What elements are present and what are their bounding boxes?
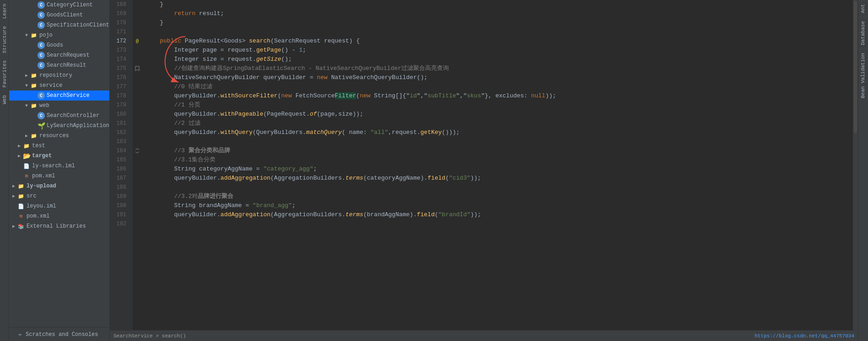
right-panel-ant[interactable]: Ant [858, 0, 868, 17]
tree-item-lyUpload[interactable]: ▶ 📁 ly-upload [9, 181, 109, 191]
gutter-icon-188 [133, 183, 142, 192]
folder-icon: 📁 [30, 72, 38, 79]
pom-icon: m [17, 213, 25, 220]
tree-item-pojo[interactable]: ▼ 📁 pojo [9, 30, 109, 40]
tree-item-pomXml2[interactable]: m pom.xml [9, 211, 109, 221]
tree-label: CategoryClient [47, 2, 93, 8]
class-icon: C [38, 11, 45, 19]
line-num-188: 188 [110, 183, 129, 192]
tree-arrow [31, 12, 37, 18]
line-num-181: 181 [110, 119, 129, 128]
class-icon: C [38, 92, 45, 99]
line-num-191: 191 [110, 210, 129, 219]
gutter-icon-181 [133, 119, 142, 128]
left-panel-web[interactable]: Web [0, 91, 9, 108]
tree-arrow [31, 93, 37, 98]
tree-arrow [31, 113, 37, 118]
gutter-icon-191 [133, 210, 142, 219]
left-panel-structure[interactable]: Structure [0, 22, 9, 57]
code-line-181: //2 过滤 [146, 119, 849, 128]
gutter-icon-182 [133, 128, 142, 137]
tree-item-searchResult[interactable]: C SearchResult [9, 60, 109, 70]
tree-arrow [31, 63, 37, 68]
tree-item-web[interactable]: ▼ 📁 web [9, 101, 109, 111]
folder-icon: 📁 [30, 102, 38, 109]
tree-item-src[interactable]: ▶ 📁 src [9, 191, 109, 201]
scratches-label: Scratches and Consoles [26, 331, 98, 338]
scrollbar-thumb[interactable] [854, 1, 857, 133]
tree-item-resources[interactable]: ▶ 📁 resources [9, 131, 109, 141]
tree-item-goodsClient[interactable]: C GoodsClient [9, 10, 109, 20]
line-num-168: 168 [110, 0, 129, 9]
tree-arrow [31, 2, 37, 8]
gutter-icon-187 [133, 174, 142, 183]
tree-item-searchService[interactable]: C SearchService [9, 91, 109, 101]
tree-item-extLibraries[interactable]: ▶ 📚 External Libraries [9, 221, 109, 231]
left-panel-learn[interactable]: Learn [0, 0, 9, 22]
line-numbers: 168 169 170 171 172 173 174 175 176 177 … [110, 0, 133, 330]
line-num-189: 189 [110, 192, 129, 201]
tree-arrow [11, 203, 16, 209]
tree-label: repository [39, 72, 72, 79]
gutter-icon-185 [133, 155, 142, 165]
right-panel-bean-validation[interactable]: Bean Validation [858, 49, 868, 102]
tree-label: SearchService [47, 92, 90, 99]
code-line-175: //创建查询构建器SpringDataElasticSearch - Nativ… [146, 64, 849, 73]
tree-item-service[interactable]: ▼ 📁 service [9, 80, 109, 91]
tree-label: SearchRequest [47, 52, 90, 59]
tree-label: LySearchApplication [47, 123, 109, 129]
tree-label: GoodsClient [47, 12, 83, 18]
scratches-button[interactable]: ✏️ Scratches and Consoles [13, 330, 102, 339]
right-panels: Ant Database Bean Validation [858, 0, 868, 341]
tree-arrow: ▶ [16, 153, 22, 159]
tree-item-goods[interactable]: C Goods [9, 40, 109, 50]
tree-item-categoryClient[interactable]: C CategoryClient [9, 0, 109, 10]
project-tree: C CategoryClient C GoodsClient C Specifi… [9, 0, 110, 341]
code-line-174: Integer size = request.getSize(); [146, 55, 849, 64]
gutter-icon-169 [133, 9, 142, 18]
tree-label: SpecificationClient [47, 22, 109, 28]
tree-label: External Libraries [27, 223, 86, 229]
gutter-icon-189 [133, 192, 142, 201]
line-num-172: 172 [110, 37, 129, 46]
tree-item-test[interactable]: ▶ 📁 test [9, 141, 109, 151]
right-panel-database[interactable]: Database [858, 17, 868, 49]
tree-label: web [39, 102, 49, 109]
code-line-176: NativeSearchQueryBuilder queryBuilder = … [146, 73, 849, 82]
tree-item-lySearchIml[interactable]: 📄 ly-search.iml [9, 161, 109, 171]
ext-lib-icon: 📚 [17, 223, 25, 230]
tree-item-pomXml1[interactable]: m pom.xml [9, 171, 109, 181]
pom-icon: m [23, 172, 30, 180]
tree-item-searchController[interactable]: C SearchController [9, 111, 109, 121]
tree-item-lySearchApp[interactable]: 🌱 LySearchApplication [9, 121, 109, 131]
tree-item-target[interactable]: ▶ 📂 target [9, 151, 109, 161]
tree-item-repository[interactable]: ▶ 📁 repository [9, 70, 109, 80]
class-icon: C [38, 62, 45, 69]
code-line-172: public PageResult<Goods> search(SearchRe… [146, 37, 849, 46]
tree-label: resources [39, 133, 69, 139]
gutter-icon-177 [133, 82, 142, 91]
left-panel-favorites[interactable]: Favorites [0, 57, 9, 91]
line-num-173: 173 [110, 46, 129, 55]
line-num-169: 169 [110, 9, 129, 18]
line-num-170: 170 [110, 18, 129, 27]
tree-label: pom.xml [27, 213, 49, 219]
gutter-icon-183 [133, 137, 142, 146]
file-icon: 📄 [23, 162, 30, 170]
tree-item-specClient[interactable]: C SpecificationClient [9, 20, 109, 30]
tree-arrow [31, 123, 37, 128]
code-content[interactable]: } return result; } public PageResult<Goo… [142, 0, 852, 330]
line-num-180: 180 [110, 110, 129, 119]
folder-icon: 📁 [30, 82, 38, 89]
gutter-icon-190 [133, 201, 142, 210]
tree-arrow: ▶ [24, 133, 29, 139]
breadcrumb: SearchService > search() [113, 333, 186, 339]
folder-icon: 📂 [23, 152, 30, 160]
tree-item-leyouIml[interactable]: 📄 leyou.iml [9, 201, 109, 211]
folder-icon: 📁 [17, 182, 25, 190]
line-num-190: 190 [110, 201, 129, 210]
bookmark-svg [135, 66, 140, 71]
tree-item-searchRequest[interactable]: C SearchRequest [9, 50, 109, 60]
scroll-bar[interactable] [852, 0, 858, 330]
code-line-173: Integer page = request.getPage() - 1; [146, 46, 849, 55]
